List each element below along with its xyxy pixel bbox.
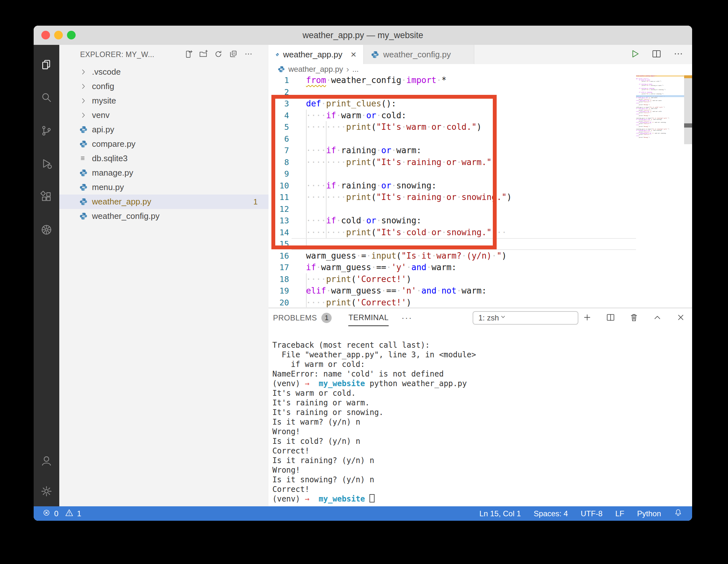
breadcrumb-file[interactable]: weather_app.py	[288, 65, 343, 74]
status-item[interactable]: Python	[637, 509, 661, 518]
new-file-button[interactable]	[184, 49, 193, 60]
code-text: elif·warm_guess·==·'n'·and·not·warm:	[306, 285, 487, 297]
new-terminal-button[interactable]	[582, 312, 592, 324]
activity-item-kubernetes[interactable]	[34, 216, 59, 244]
python-icon	[371, 50, 379, 59]
activity-item-account[interactable]	[34, 447, 59, 475]
line-number: 19	[269, 285, 289, 297]
python-icon	[79, 197, 88, 206]
tree-item-label: venv	[92, 110, 110, 120]
scrollbar-warning-tick	[684, 75, 692, 78]
tree-item-.vscode[interactable]: .vscode	[59, 65, 269, 79]
terminal-line: (venv) → my_website	[272, 494, 689, 504]
breadcrumb-more[interactable]: ...	[352, 65, 359, 74]
tree-item-config[interactable]: config	[59, 79, 269, 94]
close-panel-button[interactable]	[676, 312, 686, 324]
activity-item-extensions[interactable]	[34, 183, 59, 211]
tree-item-weather_app.py[interactable]: weather_app.py1	[59, 195, 269, 209]
tree-item-manage.py[interactable]: manage.py	[59, 166, 269, 180]
status-item[interactable]: Spaces: 4	[534, 509, 568, 518]
activity-item-explorer[interactable]	[34, 51, 59, 79]
collapse-all-icon	[229, 49, 238, 59]
split-terminal-button[interactable]	[606, 312, 616, 324]
tree-item-api.py[interactable]: api.py	[59, 122, 269, 137]
tree-item-venv[interactable]: venv	[59, 108, 269, 122]
new-file-icon	[184, 49, 193, 59]
annotation-red-rectangle	[271, 95, 497, 249]
tab-terminal[interactable]: TERMINAL	[348, 313, 388, 326]
tree-item-db.sqlite3[interactable]: db.sqlite3	[59, 151, 269, 166]
activity-item-settings[interactable]	[34, 477, 59, 505]
terminal-shell-select[interactable]: 1: zsh	[473, 311, 578, 325]
python-icon	[79, 169, 88, 177]
more-button[interactable]	[673, 48, 684, 61]
explorer-header: EXPLORER: MY_W...	[59, 45, 269, 64]
editor-scrollbar[interactable]	[684, 75, 692, 144]
terminal-line: It's raining or snowing.	[272, 408, 689, 417]
split-editor-icon	[651, 48, 662, 59]
panel-more-button[interactable]: ···	[401, 313, 412, 323]
warning-icon	[65, 508, 74, 517]
desktop: weather_app.py — my_website EXPLORER: MY…	[0, 0, 728, 564]
status-item[interactable]: Ln 15, Col 1	[479, 509, 521, 518]
terminal-cursor	[369, 494, 375, 502]
refresh-button[interactable]	[214, 49, 223, 60]
tree-item-label: weather_app.py	[92, 197, 151, 207]
tree-item-label: .vscode	[92, 67, 121, 77]
breadcrumb[interactable]: weather_app.py › ...	[269, 64, 692, 74]
line-number: 17	[269, 261, 289, 273]
status-item[interactable]: LF	[615, 509, 624, 518]
terminal-line: if warm or cold:	[272, 360, 689, 369]
code-text: ····print('Correct!')	[306, 273, 411, 285]
title-bar[interactable]: weather_app.py — my_website	[34, 26, 692, 45]
window-title: weather_app.py — my_website	[34, 26, 692, 45]
tree-item-compare.py[interactable]: compare.py	[59, 137, 269, 151]
file-tree: .vscodeconfigmysitevenvapi.pycompare.pyd…	[59, 65, 269, 223]
bell-icon	[674, 508, 683, 517]
code-text: ····print('Correct!')	[306, 297, 411, 308]
tab-problems[interactable]: PROBLEMS 1	[273, 313, 332, 323]
activity-bar	[34, 45, 59, 506]
python-icon	[277, 65, 285, 73]
new-terminal-icon	[582, 312, 592, 322]
tree-item-weather_config.py[interactable]: weather_config.py	[59, 209, 269, 223]
activity-item-run-debug[interactable]	[34, 150, 59, 178]
collapse-all-button[interactable]	[229, 49, 238, 60]
chevron-right-icon	[79, 82, 88, 91]
tree-item-mysite[interactable]: mysite	[59, 94, 269, 108]
more-button[interactable]	[244, 49, 253, 60]
python-icon	[79, 212, 88, 220]
minimap-current-line	[636, 95, 684, 97]
problems-count-badge: 1	[253, 197, 258, 206]
terminal-line: (venv) → my_website python weather_app.p…	[272, 379, 689, 388]
editor-tab-weather_app.py[interactable]: weather_app.py×	[269, 45, 364, 64]
terminal-line: File "weather_app.py", line 3, in <modul…	[272, 350, 689, 360]
minimap[interactable]: from weather_config import *def print_cl…	[636, 75, 684, 145]
warnings-icon	[65, 508, 74, 519]
maximize-panel-button[interactable]	[652, 312, 662, 324]
activity-item-search[interactable]	[34, 84, 59, 112]
terminal-output[interactable]: Traceback (most recent call last): File …	[272, 340, 689, 504]
split-terminal-icon	[606, 312, 616, 322]
vscode-window: weather_app.py — my_website EXPLORER: MY…	[34, 26, 692, 521]
status-item[interactable]: UTF-8	[581, 509, 602, 518]
kill-terminal-button[interactable]	[629, 312, 639, 324]
editor-tab-weather_config.py[interactable]: weather_config.py	[364, 45, 474, 64]
notifications-bell-button[interactable]	[674, 508, 683, 519]
new-folder-button[interactable]	[199, 49, 208, 60]
tab-close-button[interactable]: ×	[351, 49, 356, 60]
run-button[interactable]	[629, 48, 640, 61]
tree-item-label: db.sqlite3	[92, 153, 128, 163]
tree-item-menu.py[interactable]: menu.py	[59, 180, 269, 195]
activity-item-source-control[interactable]	[34, 117, 59, 145]
problems-status[interactable]: 0 1	[42, 508, 81, 519]
code-editor[interactable]: 1from·weather_config·import·*23def·print…	[269, 74, 692, 308]
line-number: 18	[269, 273, 289, 285]
code-line-18: 18····print('Correct!')	[269, 273, 692, 285]
terminal-line: Correct!	[272, 485, 689, 494]
python-file-icon	[277, 65, 285, 73]
split-editor-button[interactable]	[651, 48, 662, 61]
sidebar-explorer: EXPLORER: MY_W... .vscodeconfigmysiteven…	[59, 45, 269, 506]
tree-item-label: manage.py	[92, 168, 133, 178]
python-icon	[79, 183, 88, 192]
